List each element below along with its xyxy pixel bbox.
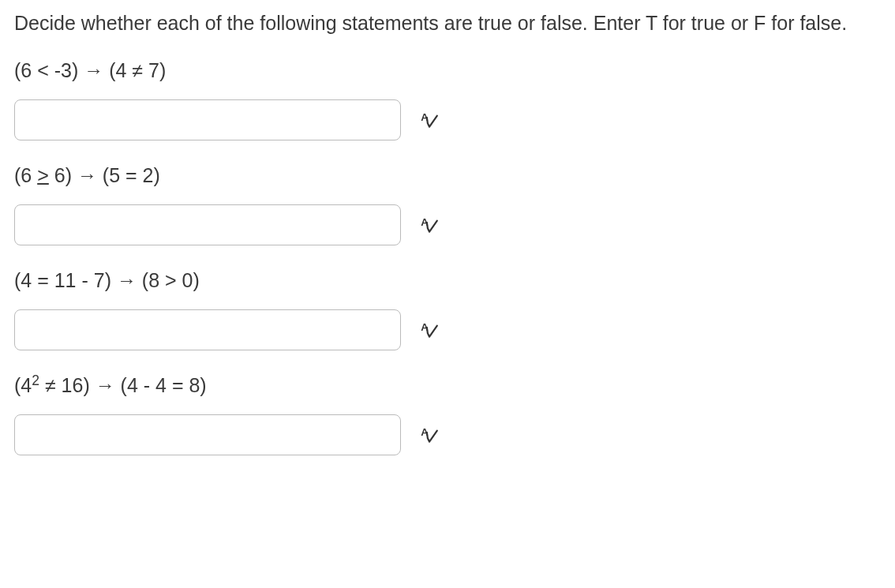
answer-input-4[interactable] (14, 414, 401, 455)
question-block-2: (6 > 6) → (5 = 2) A (14, 164, 881, 245)
question-block-3: (4 = 11 - 7) → (8 > 0) A (14, 269, 881, 350)
question-block-1: (6 < -3) → (4 ≠ 7) A (14, 59, 881, 140)
answer-input-3[interactable] (14, 309, 401, 350)
input-row-1: A (14, 99, 881, 140)
instructions-text: Decide whether each of the following sta… (14, 9, 881, 37)
answer-input-1[interactable] (14, 99, 401, 140)
statement-2: (6 > 6) → (5 = 2) (14, 164, 881, 187)
answer-input-2[interactable] (14, 204, 401, 245)
formula-tool-icon[interactable]: A (418, 425, 439, 445)
statement-3: (4 = 11 - 7) → (8 > 0) (14, 269, 881, 292)
statement-4: (42 ≠ 16) → (4 - 4 = 8) (14, 374, 881, 397)
statement-1: (6 < -3) → (4 ≠ 7) (14, 59, 881, 82)
formula-tool-icon[interactable]: A (418, 110, 439, 130)
question-block-4: (42 ≠ 16) → (4 - 4 = 8) A (14, 374, 881, 455)
input-row-4: A (14, 414, 881, 455)
formula-tool-icon[interactable]: A (418, 215, 439, 235)
formula-tool-icon[interactable]: A (418, 320, 439, 340)
input-row-2: A (14, 204, 881, 245)
input-row-3: A (14, 309, 881, 350)
